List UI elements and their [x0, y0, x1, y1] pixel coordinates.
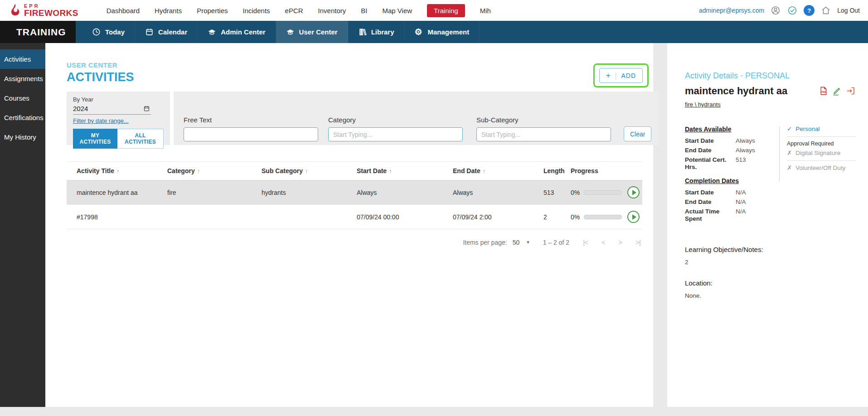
flag-digital-signature: ✗ Digital Signature	[787, 150, 855, 161]
filter-date-range-link[interactable]: Filter by date range...	[73, 117, 129, 124]
graduation-cap-icon	[208, 28, 216, 36]
free-text-field-group: Free Text	[184, 116, 318, 141]
signature-icon[interactable]	[832, 86, 842, 96]
clock-icon	[92, 28, 101, 36]
category-input[interactable]	[328, 127, 463, 141]
cell-subcategory	[259, 205, 354, 229]
calendar-picker-icon[interactable]	[143, 105, 150, 112]
appnav-today[interactable]: Today	[82, 21, 135, 43]
appnav-management[interactable]: ⚙ Management	[405, 21, 480, 43]
start-date-label: Start Date	[685, 137, 736, 145]
all-activities-toggle[interactable]: ALL ACTIVITIES	[117, 129, 164, 149]
nav-map-view[interactable]: Map View	[382, 7, 412, 15]
appnav-user-center[interactable]: User Center	[276, 21, 348, 43]
start-activity-button[interactable]	[627, 211, 640, 223]
sidebar-item-assignments[interactable]: Assignments	[0, 69, 45, 88]
top-bar: EPR FIREWORKS Dashboard Hydrants Propert…	[0, 0, 868, 21]
start-activity-button[interactable]	[627, 186, 640, 198]
table-row-17998[interactable]: #17998 07/09/24 00:00 07/09/24 2:00 2 0%	[67, 205, 642, 229]
cell-actions	[625, 205, 642, 229]
check-circle-icon[interactable]	[787, 5, 798, 16]
notes-label: Learning Objective/Notes:	[685, 246, 855, 253]
activities-toggle-group: MY ACTIVITIES ALL ACTIVITIES	[73, 129, 164, 149]
sidebar-item-activities[interactable]: Activities	[0, 49, 45, 69]
home-icon[interactable]	[820, 5, 831, 16]
start-date-value: Always	[736, 137, 755, 145]
appnav-admin-center[interactable]: Admin Center	[198, 21, 276, 43]
column-end-date[interactable]: End Date↑	[450, 162, 541, 180]
nav-properties[interactable]: Properties	[197, 7, 228, 15]
my-activities-toggle[interactable]: MY ACTIVITIES	[73, 129, 117, 149]
add-activity-button[interactable]: + | ADD	[599, 68, 643, 83]
play-icon	[632, 214, 636, 220]
pdf-export-icon[interactable]: PDF	[819, 86, 828, 96]
nav-mih[interactable]: Mih	[480, 7, 491, 15]
nav-dashboard[interactable]: Dashboard	[107, 7, 140, 15]
page-navigation: |< < > >|	[583, 238, 640, 246]
dates-available-heading: Dates Available	[685, 126, 779, 133]
cell-activity-title[interactable]: #17998	[67, 205, 165, 229]
next-page-button[interactable]: >	[619, 238, 622, 246]
subcategory-input[interactable]	[476, 127, 611, 141]
flag-personal: ✓ Personal	[787, 126, 855, 137]
log-out-button[interactable]: Log Out	[837, 7, 860, 14]
cell-progress: 0%	[568, 205, 625, 229]
progress-percent: 0%	[571, 189, 580, 196]
sidebar-item-my-history[interactable]: My History	[0, 127, 45, 147]
notes-section: Learning Objective/Notes: 2	[685, 246, 855, 266]
appnav-user-center-label: User Center	[299, 28, 338, 36]
page-title: ACTIVITIES	[67, 70, 642, 84]
cell-activity-title[interactable]: maintence hydrant aa	[67, 180, 165, 205]
last-page-button[interactable]: >|	[635, 238, 640, 246]
nav-inventory[interactable]: Inventory	[318, 7, 346, 15]
nav-bi[interactable]: BI	[361, 7, 367, 15]
account-email-link[interactable]: adminepr@eprsys.com	[699, 7, 764, 14]
help-bubble-icon[interactable]: ?	[804, 5, 815, 16]
cell-category	[165, 205, 259, 229]
nav-incidents[interactable]: Incidents	[243, 7, 270, 15]
previous-page-button[interactable]: <	[601, 238, 605, 246]
pagination-bar: Items per page: 50 ▾ 1 – 2 of 2 |< < > >…	[67, 238, 642, 246]
appnav-library[interactable]: Library	[348, 21, 405, 43]
cell-progress: 0%	[568, 180, 625, 205]
sort-asc-icon: ↑	[483, 168, 485, 174]
appnav-calendar[interactable]: Calendar	[135, 21, 198, 43]
completion-end-value: N/A	[736, 198, 746, 206]
column-activity-title[interactable]: Activity Title↑	[67, 162, 165, 180]
column-category[interactable]: Category↑	[165, 162, 259, 180]
epr-logo-icon	[8, 3, 21, 18]
nav-hydrants[interactable]: Hydrants	[155, 7, 182, 15]
details-actions: PDF	[819, 85, 855, 96]
progress-bar	[584, 215, 622, 219]
column-start-date[interactable]: Start Date↑	[354, 162, 450, 180]
completion-dates-heading: Completion Dates	[685, 177, 779, 184]
nav-epcr[interactable]: ePCR	[285, 7, 303, 15]
items-per-page-value: 50	[513, 239, 520, 246]
sort-asc-icon: ↑	[197, 168, 200, 174]
year-input[interactable]: 2024	[73, 103, 151, 115]
dates-column: Dates Available Start DateAlways End Dat…	[685, 126, 779, 225]
actual-time-label: Actual Time Spent	[685, 208, 736, 223]
table-row-maintence-hydrant[interactable]: maintence hydrant aa fire hydrants Alway…	[67, 180, 642, 205]
completion-end-label: End Date	[685, 198, 736, 206]
free-text-input[interactable]	[184, 127, 318, 141]
sidebar-item-certifications[interactable]: Certifications	[0, 108, 45, 127]
free-text-label: Free Text	[184, 116, 318, 124]
flag-volunteer-label: Volunteer/Off Duty	[795, 164, 845, 172]
column-sub-category[interactable]: Sub Category↑	[259, 162, 354, 180]
category-path-link[interactable]: fire \ hydrants	[685, 101, 721, 108]
items-per-page-select[interactable]: 50 ▾	[513, 239, 529, 246]
svg-text:PDF: PDF	[821, 91, 827, 93]
activity-title: maintence hydrant aa	[685, 85, 819, 97]
section-label: USER CENTER	[67, 61, 642, 69]
nav-training[interactable]: Training	[427, 4, 465, 17]
appnav-today-label: Today	[105, 28, 125, 36]
first-page-button[interactable]: |<	[583, 238, 588, 246]
sidebar-item-courses[interactable]: Courses	[0, 88, 45, 108]
exit-activity-icon[interactable]	[846, 86, 855, 96]
graduation-cap-icon	[286, 28, 295, 36]
cell-category: fire	[165, 180, 259, 205]
clear-filters-button[interactable]: Clear	[624, 126, 651, 141]
user-avatar-icon[interactable]	[770, 5, 781, 16]
subcategory-label: Sub-Category	[476, 116, 611, 124]
